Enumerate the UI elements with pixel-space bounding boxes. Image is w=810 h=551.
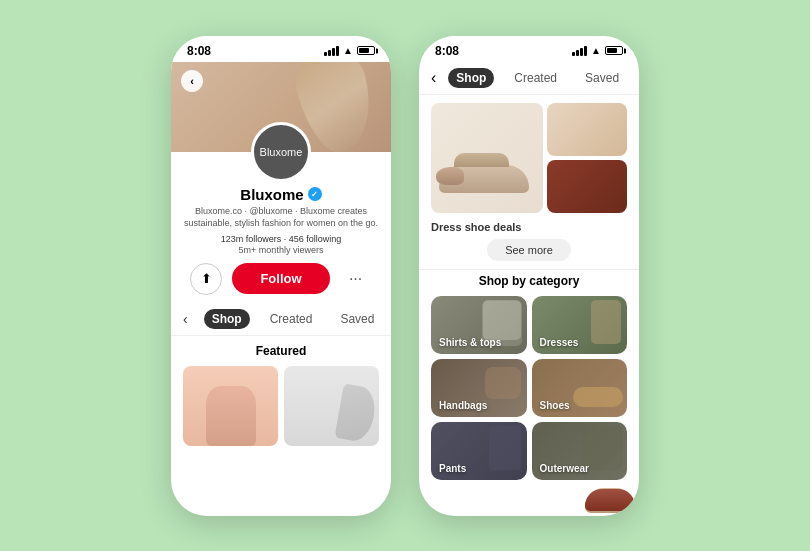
signal-bar-4 [336, 46, 339, 56]
featured-image-1 [183, 366, 278, 446]
signal-icon [324, 46, 339, 56]
profile-section: Bluxome Bluxome ✓ Bluxome.co · @bluxome … [171, 152, 391, 303]
username: Bluxome [240, 186, 303, 203]
tab-bar-2: ‹ Shop Created Saved [419, 62, 639, 95]
oxford-illustration [439, 148, 539, 193]
category-title: Shop by category [419, 270, 639, 296]
category-pants[interactable]: Pants [431, 422, 527, 480]
profile-name: Bluxome ✓ [240, 186, 321, 203]
status-icons-2: ▲ [572, 45, 623, 56]
category-shirts-label: Shirts & tops [439, 337, 501, 348]
tab-shop-1[interactable]: Shop [204, 309, 250, 329]
profile-actions: ⬆ Follow ··· [183, 263, 379, 295]
featured-images [183, 366, 379, 446]
category-outerwear[interactable]: Outerwear [532, 422, 628, 480]
see-more-button[interactable]: See more [487, 239, 571, 261]
wifi-icon-2: ▲ [591, 45, 601, 56]
more-button[interactable]: ··· [340, 263, 372, 295]
profile-bio: Bluxome.co · @bluxome · Bluxome creates … [183, 205, 379, 230]
tab-saved-1[interactable]: Saved [332, 309, 382, 329]
signal-bar-3 [332, 48, 335, 56]
tab-shop-2[interactable]: Shop [448, 68, 494, 88]
phone-1: 8:08 ▲ ‹ Bluxome [171, 36, 391, 516]
shoe-bottom-image [547, 160, 627, 213]
category-shoes[interactable]: Shoes [532, 359, 628, 417]
scarf-decoration-small [334, 383, 378, 443]
category-dresses-label: Dresses [540, 337, 579, 348]
shoe-section-label: Dress shoe deals [419, 217, 639, 237]
wifi-icon: ▲ [343, 45, 353, 56]
signal-bar-2 [328, 50, 331, 56]
battery-icon-2 [605, 46, 623, 55]
phone2-body: ‹ Shop Created Saved [419, 62, 639, 516]
category-shoes-label: Shoes [540, 400, 570, 411]
shoe-side-images [547, 103, 627, 213]
category-grid: Shirts & tops Dresses Handbags Shoes Pan… [419, 296, 639, 492]
featured-section: Featured [171, 336, 391, 516]
avatar: Bluxome [251, 122, 311, 182]
signal-icon-2 [572, 46, 587, 56]
tab-saved-2[interactable]: Saved [577, 68, 627, 88]
category-outerwear-label: Outerwear [540, 463, 589, 474]
signal-bar-1 [324, 52, 327, 56]
status-bar-1: 8:08 ▲ [171, 36, 391, 62]
phones-container: 8:08 ▲ ‹ Bluxome [151, 16, 659, 536]
phone-2: 8:08 ▲ ‹ Shop Created Saved [419, 36, 639, 516]
battery-fill [359, 48, 369, 53]
time-1: 8:08 [187, 44, 211, 58]
featured-image-2 [284, 366, 379, 446]
status-icons-1: ▲ [324, 45, 375, 56]
category-handbags-label: Handbags [439, 400, 487, 411]
shoe-top-image [547, 103, 627, 156]
category-dresses[interactable]: Dresses [532, 296, 628, 354]
battery-fill-2 [607, 48, 617, 53]
category-pants-label: Pants [439, 463, 466, 474]
tab-created-1[interactable]: Created [262, 309, 321, 329]
category-handbags[interactable]: Handbags [431, 359, 527, 417]
profile-stats: 123m followers · 456 following [221, 234, 342, 244]
tab-created-2[interactable]: Created [506, 68, 565, 88]
status-bar-2: 8:08 ▲ [419, 36, 639, 62]
battery-icon [357, 46, 375, 55]
profile-viewers: 5m+ monthly viewers [239, 245, 324, 255]
shoes-grid [419, 95, 639, 217]
featured-title: Featured [183, 344, 379, 358]
tab-back-arrow[interactable]: ‹ [183, 311, 188, 327]
follow-button[interactable]: Follow [232, 263, 329, 294]
tab-bar-1: ‹ Shop Created Saved [171, 303, 391, 336]
tab-back-arrow-2[interactable]: ‹ [431, 69, 436, 87]
back-button[interactable]: ‹ [181, 70, 203, 92]
category-shirts[interactable]: Shirts & tops [431, 296, 527, 354]
verified-badge: ✓ [308, 187, 322, 201]
shoe-main-image [431, 103, 543, 213]
sweater-decoration [206, 386, 256, 446]
avatar-label: Bluxome [260, 146, 303, 158]
share-button[interactable]: ⬆ [190, 263, 222, 295]
time-2: 8:08 [435, 44, 459, 58]
